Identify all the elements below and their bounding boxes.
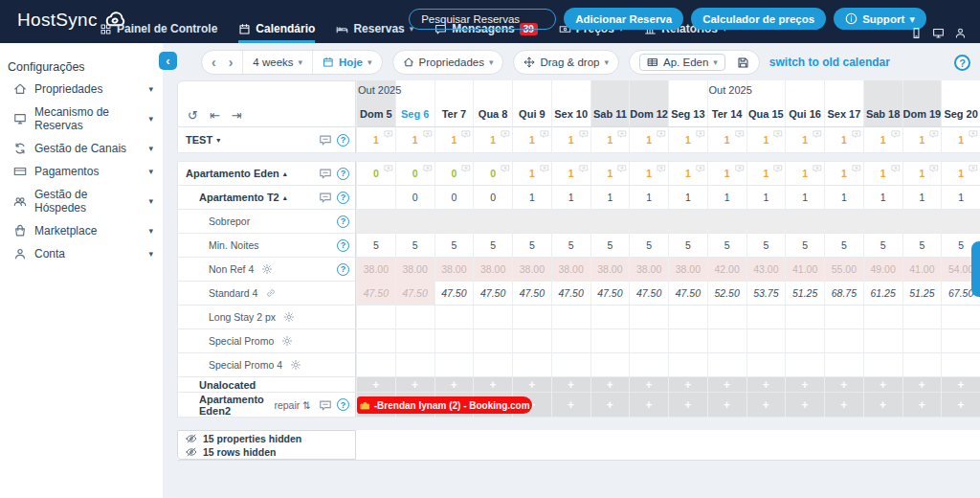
cell-special-promo-4-sab-11[interactable] [590,353,630,377]
cell-min-noites-seg-6[interactable]: 5 [395,234,434,258]
cell-apartamento-t2-seg-13[interactable]: 1 [668,186,707,210]
note-plus-icon[interactable] [969,129,978,139]
cell-special-promo-seg-6[interactable] [395,329,434,353]
note-plus-icon[interactable] [696,164,705,173]
sidebar-item-marketplace[interactable]: Marketplace▾ [0,219,163,242]
cell-apartamento-t2-dom-12[interactable]: 1 [629,186,668,210]
cell-special-promo-4-qua-15[interactable] [746,353,786,377]
cell-special-promo-qua-15[interactable] [746,329,786,353]
cell-special-promo-sab-18[interactable] [863,329,902,353]
cell-apartamento-eden2-qui-16[interactable]: + [785,393,824,418]
cell-sobrepor-seg-6[interactable] [395,210,434,234]
cell-min-noites-ter-7[interactable]: 5 [434,234,474,258]
cell-unalocated-seg-6[interactable]: + [395,377,434,393]
note-plus-icon[interactable] [735,164,745,173]
channel-gear-icon[interactable] [261,263,273,275]
cell-unalocated-sab-11[interactable]: + [590,377,630,393]
properties-pill[interactable]: Propriedades ▾ [392,50,504,75]
note-plus-icon[interactable] [540,164,549,173]
cell-apartamento-t2-sab-18[interactable]: 1 [863,186,902,210]
cell-non-ref-4-qua-15[interactable]: 43.00 [746,258,786,282]
cell-sobrepor-dom-19[interactable] [902,210,942,234]
cell-apartamento-t2-ter-7[interactable]: 0 [434,186,474,210]
nav-painel-de-controle[interactable]: Painel de Controle [100,22,217,43]
row-label-special-promo-4[interactable]: Special Promo 4 [177,353,356,377]
repair-select[interactable]: repair ⇅ [274,399,311,411]
cell-long-stay-2-px-seg-13[interactable] [668,306,707,329]
cell-apartamento-eden-dom-5[interactable]: 0 [356,162,395,186]
note-plus-icon[interactable] [929,129,939,139]
cell-apartamento-eden2-sex-17[interactable]: + [824,393,863,418]
note-plus-icon[interactable] [384,164,393,173]
cell-test-dom-19[interactable]: 1 [902,127,942,153]
collapse-sidebar-button[interactable]: ‹ [159,52,177,70]
cell-standard-4-sab-18[interactable]: 61.25 [863,282,902,306]
desktop-icon[interactable] [932,27,945,39]
cell-special-promo-4-dom-19[interactable] [902,353,942,377]
cell-apartamento-eden-seg-20[interactable]: 1 [941,162,980,186]
cell-apartamento-t2-dom-19[interactable]: 1 [902,186,942,210]
cell-apartamento-eden2-seg-20[interactable]: + [941,393,980,418]
cell-min-noites-qui-16[interactable]: 5 [785,234,824,258]
help-icon[interactable]: ? [337,215,349,228]
row-label-min-noites[interactable]: Min. Noites? [177,234,356,258]
note-plus-icon[interactable] [891,164,901,173]
note-plus-icon[interactable] [617,129,627,139]
note-plus-icon[interactable] [461,129,471,139]
cell-test-dom-12[interactable]: 1 [629,127,668,153]
note-plus-icon[interactable] [929,164,939,173]
cell-apartamento-eden-ter-14[interactable]: 1 [707,162,746,186]
cell-special-promo-sab-11[interactable] [590,329,630,353]
cell-apartamento-eden2-sex-10[interactable]: + [551,393,590,418]
jump-start-icon[interactable]: ⇤ [210,108,220,123]
cell-unalocated-dom-5[interactable]: + [356,377,395,393]
row-label-standard-4[interactable]: Standard 4 [177,282,356,306]
help-icon[interactable]: ? [337,263,349,276]
cell-special-promo-seg-20[interactable] [941,329,980,353]
cell-unalocated-ter-7[interactable]: + [434,377,474,393]
cell-standard-4-dom-19[interactable]: 51.25 [902,282,942,306]
cell-unalocated-dom-19[interactable]: + [902,377,942,393]
cell-non-ref-4-sab-11[interactable]: 38.00 [590,258,630,282]
cell-long-stay-2-px-ter-7[interactable] [434,306,474,329]
cell-apartamento-eden-qua-15[interactable]: 1 [746,162,786,186]
cell-apartamento-t2-sex-10[interactable]: 1 [551,186,590,210]
cell-long-stay-2-px-qui-16[interactable] [785,306,824,329]
cell-apartamento-eden-sab-11[interactable]: 1 [590,162,630,186]
cell-standard-4-ter-14[interactable]: 52.50 [707,282,746,306]
cell-apartamento-t2-seg-20[interactable]: 1 [941,186,980,210]
sidebar-item-gestao-de-hospedes[interactable]: Gestão de Hóspedes▾ [0,183,163,219]
note-plus-icon[interactable] [735,129,745,139]
cell-apartamento-eden2-ter-14[interactable]: + [707,393,746,418]
cell-test-qui-9[interactable]: 1 [512,127,551,153]
cell-special-promo-ter-14[interactable] [707,329,746,353]
help-icon[interactable]: ? [337,398,349,411]
cell-test-seg-20[interactable]: 1 [941,127,980,153]
cell-special-promo-qui-16[interactable] [785,329,824,353]
cell-apartamento-eden-sab-18[interactable]: 1 [863,162,902,186]
cell-unalocated-qua-15[interactable]: + [746,377,786,393]
calculador-de-precos-button[interactable]: Calculador de preços [691,8,826,30]
cell-test-sab-18[interactable]: 1 [863,127,902,153]
cell-special-promo-4-dom-5[interactable] [356,353,395,377]
cell-apartamento-t2-qua-8[interactable]: 0 [473,186,512,210]
note-plus-icon[interactable] [423,129,433,139]
cell-sobrepor-dom-5[interactable] [356,210,395,234]
cell-standard-4-qui-9[interactable]: 47.50 [512,282,551,306]
cell-unalocated-sex-17[interactable]: + [824,377,863,393]
cell-unalocated-seg-13[interactable]: + [668,377,707,393]
cell-special-promo-seg-13[interactable] [668,329,707,353]
cell-special-promo-4-ter-14[interactable] [707,353,746,377]
cell-standard-4-dom-5[interactable]: 47.50 [356,282,395,306]
cell-non-ref-4-ter-7[interactable]: 38.00 [434,258,474,282]
cell-sobrepor-ter-7[interactable] [434,210,474,234]
cell-apartamento-t2-qua-15[interactable]: 1 [746,186,786,210]
cell-non-ref-4-dom-19[interactable]: 41.00 [902,258,942,282]
sidebar-item-gestao-de-canais[interactable]: Gestão de Canais▾ [0,137,163,160]
side-panel-tab[interactable] [971,241,980,297]
cell-test-dom-5[interactable]: 1 [356,127,395,153]
note-plus-icon[interactable] [501,164,510,173]
note-plus-icon[interactable] [852,129,861,139]
cell-apartamento-eden-dom-12[interactable]: 1 [629,162,668,186]
cell-special-promo-qui-9[interactable] [512,329,551,353]
